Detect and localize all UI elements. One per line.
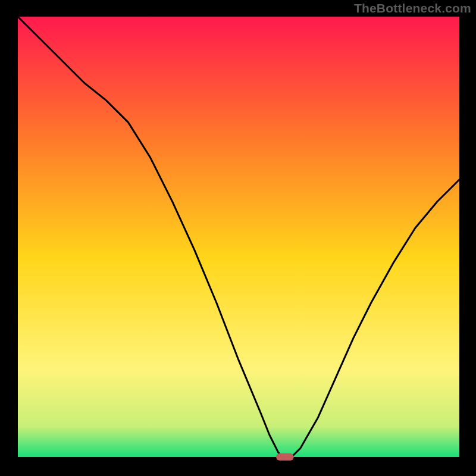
optimum-marker xyxy=(276,453,294,461)
watermark-text: TheBottleneck.com xyxy=(354,1,471,15)
bottleneck-chart xyxy=(0,0,476,476)
